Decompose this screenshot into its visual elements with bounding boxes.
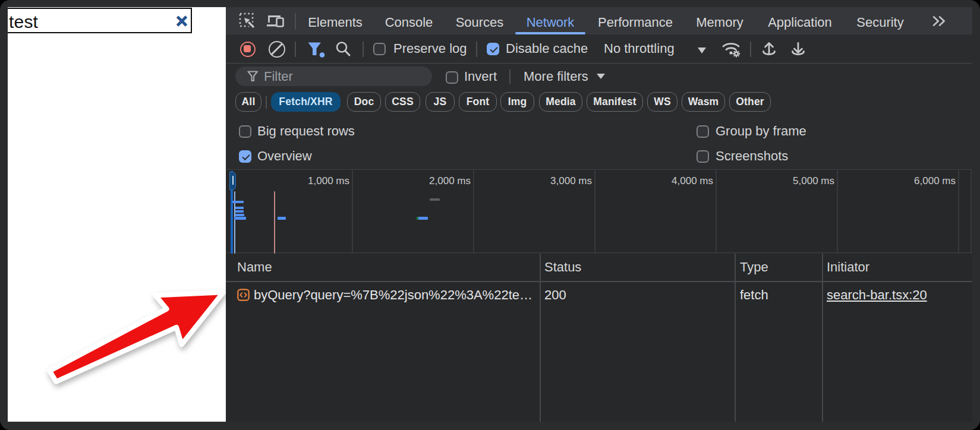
toolbar-separator-2 xyxy=(363,42,364,57)
preserve-log-label: Preserve log xyxy=(393,34,467,64)
tab-memory[interactable]: Memory xyxy=(696,7,743,34)
more-filters-caret-icon[interactable] xyxy=(597,74,605,79)
more-tabs-icon[interactable] xyxy=(931,15,950,27)
requests-table: Name Status Type Initiator byQuery?query… xyxy=(226,254,972,422)
timeline-tick-label: 2,000 ms xyxy=(429,175,471,187)
throttling-caret-icon[interactable] xyxy=(698,48,706,53)
filter-separator xyxy=(509,69,511,84)
pills-separator xyxy=(266,96,267,109)
timeline-tick-label: 6,000 ms xyxy=(914,175,956,187)
timeline-gridline xyxy=(473,170,474,254)
search-input[interactable]: test ✕ xyxy=(8,8,192,33)
timeline-request-bar xyxy=(418,217,428,220)
request-status-cell[interactable]: 200 xyxy=(544,282,566,308)
network-overview-timeline[interactable]: 1,000 ms 2,000 ms 3,000 ms 4,000 ms 5,00… xyxy=(226,169,972,253)
timeline-gridline xyxy=(594,170,595,254)
overview-checkbox[interactable] xyxy=(239,150,251,163)
timeline-request-bar xyxy=(278,217,286,220)
fetch-request-icon xyxy=(237,289,250,301)
timeline-gridline xyxy=(352,170,353,254)
pill-all[interactable]: All xyxy=(235,92,261,112)
column-header-type[interactable]: Type xyxy=(740,254,768,282)
tab-console[interactable]: Console xyxy=(385,7,433,34)
tab-sources[interactable]: Sources xyxy=(456,7,504,34)
throttling-select-value[interactable]: No throttling xyxy=(604,34,675,64)
column-header-initiator[interactable]: Initiator xyxy=(827,254,869,282)
tabbar-separator xyxy=(295,13,296,30)
column-separator[interactable] xyxy=(735,254,736,422)
devtools-tabbar: Elements Console Sources Network Perform… xyxy=(226,7,972,34)
overview-label: Overview xyxy=(257,150,312,162)
timeline-gridline xyxy=(716,170,717,254)
timeline-gridline xyxy=(958,170,959,254)
disable-cache-checkbox[interactable] xyxy=(487,43,499,55)
column-separator[interactable] xyxy=(540,254,541,422)
timeline-request-bar xyxy=(235,207,244,210)
search-input-value: test xyxy=(9,9,38,33)
tab-elements[interactable]: Elements xyxy=(308,7,363,34)
toolbar-separator-3 xyxy=(476,42,477,57)
invert-checkbox[interactable] xyxy=(446,71,458,84)
filter-input-funnel-icon xyxy=(247,71,259,83)
export-har-icon[interactable] xyxy=(789,41,807,59)
group-by-frame-checkbox[interactable] xyxy=(697,125,709,138)
pill-ws[interactable]: WS xyxy=(647,92,678,112)
pill-fetch-xhr[interactable]: Fetch/XHR xyxy=(271,92,341,112)
web-page: test ✕ xyxy=(8,7,226,422)
toolbar-separator-1 xyxy=(295,42,296,57)
column-header-status[interactable]: Status xyxy=(544,254,581,282)
screenshot-root: test ✕ Elements Console Sou xyxy=(0,0,980,430)
pill-other[interactable]: Other xyxy=(729,92,771,112)
big-request-rows-checkbox[interactable] xyxy=(239,125,251,138)
timeline-request-bar xyxy=(235,214,244,216)
group-by-frame-label: Group by frame xyxy=(716,125,806,137)
timeline-request-bar-gray xyxy=(430,198,440,201)
pill-media[interactable]: Media xyxy=(539,92,582,112)
screenshots-checkbox[interactable] xyxy=(697,150,709,163)
selected-tab-underline xyxy=(515,32,585,34)
tab-security[interactable]: Security xyxy=(856,7,903,34)
timeline-load-event-line xyxy=(274,191,275,254)
timeline-right-border xyxy=(970,170,972,254)
inspect-element-icon[interactable] xyxy=(239,12,256,29)
toolbar-separator-4 xyxy=(750,42,751,57)
search-network-icon[interactable] xyxy=(335,41,352,59)
pill-css[interactable]: CSS xyxy=(385,92,420,112)
timeline-selection-handle[interactable] xyxy=(229,172,236,190)
pill-wasm[interactable]: Wasm xyxy=(682,92,725,112)
pill-js[interactable]: JS xyxy=(426,92,455,112)
request-initiator-link[interactable]: search-bar.tsx:20 xyxy=(827,282,927,308)
timeline-tick-label: 1,000 ms xyxy=(308,175,349,187)
pill-font[interactable]: Font xyxy=(459,92,497,112)
screenshots-label: Screenshots xyxy=(716,150,788,162)
timeline-request-bar xyxy=(234,217,246,220)
network-conditions-icon[interactable] xyxy=(721,41,743,59)
pill-doc[interactable]: Doc xyxy=(347,92,381,112)
devtools-panel: Elements Console Sources Network Perform… xyxy=(226,7,972,422)
timeline-request-bar xyxy=(235,210,244,213)
filter-toggle-icon[interactable] xyxy=(307,41,326,59)
column-separator[interactable] xyxy=(822,254,823,422)
timeline-request-bar xyxy=(232,201,244,204)
big-request-rows-label: Big request rows xyxy=(257,125,355,137)
preserve-log-checkbox[interactable] xyxy=(373,43,386,55)
disable-cache-label: Disable cache xyxy=(506,34,588,64)
filter-input-placeholder: Filter xyxy=(264,67,293,86)
tab-performance[interactable]: Performance xyxy=(598,7,673,34)
column-header-name[interactable]: Name xyxy=(237,254,272,282)
pill-manifest[interactable]: Manifest xyxy=(587,92,643,112)
request-type-cell[interactable]: fetch xyxy=(740,282,768,308)
more-filters-label[interactable]: More filters xyxy=(524,64,588,90)
clear-network-log-button[interactable] xyxy=(269,41,285,58)
clear-search-button[interactable]: ✕ xyxy=(174,9,190,33)
request-name-cell[interactable]: byQuery?query=%7B%22json%22%3A%22te… xyxy=(254,282,532,308)
tab-network[interactable]: Network xyxy=(527,7,575,34)
timeline-gridline xyxy=(837,170,838,254)
pill-img[interactable]: Img xyxy=(500,92,534,112)
device-toolbar-icon[interactable] xyxy=(266,14,285,29)
timeline-tick-label: 4,000 ms xyxy=(672,175,713,187)
invert-label: Invert xyxy=(464,64,497,90)
tab-application[interactable]: Application xyxy=(768,7,832,34)
import-har-icon[interactable] xyxy=(760,41,778,59)
record-network-log-button[interactable] xyxy=(240,42,256,57)
